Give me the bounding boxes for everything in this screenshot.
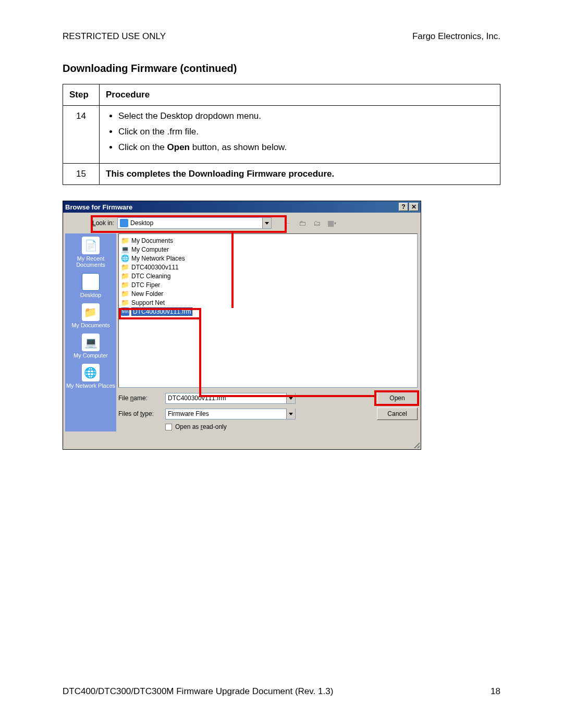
my-computer-icon: 💻	[82, 334, 100, 351]
sidebar-my-documents[interactable]: 📁 My Documents	[71, 303, 109, 328]
step-15-num: 15	[63, 164, 100, 185]
cancel-button[interactable]: Cancel	[377, 408, 418, 420]
step-15-proc: This completes the Downloading Firmware …	[100, 164, 500, 185]
my-docs-icon: 📁	[82, 303, 100, 321]
sidebar-recent-docs[interactable]: 📄 My Recent Documents	[65, 237, 116, 268]
lookin-drop-arrow[interactable]	[262, 218, 271, 228]
back-icon[interactable]: ←	[282, 217, 293, 229]
procedure-table: Step Procedure 14 Select the Desktop dro…	[63, 84, 500, 185]
filetype-dropdown[interactable]: Firmware Files	[165, 409, 296, 419]
filename-drop-arrow[interactable]	[286, 393, 295, 403]
filetype-label: Files of type:	[118, 410, 165, 417]
recent-docs-icon: 📄	[82, 237, 100, 254]
open-button[interactable]: Open	[377, 392, 418, 404]
desktop-sidebar-icon: 🖥	[82, 273, 100, 291]
filename-input[interactable]: DTC400300v111.frm	[165, 393, 296, 404]
step-14-b1: Select the Desktop dropdown menu.	[118, 111, 494, 121]
step-14-proc: Select the Desktop dropdown menu. Click …	[100, 106, 500, 164]
section-title: Downloading Firmware (continued)	[63, 63, 500, 75]
file-item[interactable]: 📁DTC Cleaning	[121, 272, 415, 280]
header-restricted: RESTRICTED USE ONLY	[63, 31, 166, 42]
folder-icon: 📁	[121, 290, 129, 298]
lookin-label: Look in:	[92, 219, 114, 227]
file-item[interactable]: 💻My Computer	[121, 245, 415, 254]
lookin-dropdown[interactable]: Desktop	[117, 217, 272, 229]
col-step: Step	[63, 84, 100, 106]
computer-icon: 💻	[121, 245, 129, 254]
up-icon[interactable]: 🗀	[297, 217, 308, 229]
file-item[interactable]: 📁New Folder	[121, 289, 415, 298]
file-item[interactable]: 🌐My Network Places	[121, 254, 415, 263]
file-item[interactable]: 📁DTC400300v111	[121, 263, 415, 272]
folder-icon: 📁	[121, 272, 129, 280]
dialog-title: Browse for Firmware	[65, 203, 132, 211]
filename-label: File name:	[118, 394, 165, 402]
checkbox-icon	[165, 424, 172, 430]
dialog-titlebar: Browse for Firmware ? ✕	[63, 201, 421, 213]
step-14-b2: Click on the .frm file.	[118, 127, 494, 137]
file-item-selected[interactable]: frm DTC400300v111.frm	[121, 307, 415, 316]
file-item[interactable]: 📁Support Net	[121, 298, 415, 307]
frm-file-icon: frm	[121, 307, 129, 316]
resize-grip[interactable]	[412, 441, 420, 448]
file-item[interactable]: 📁DTC Fiper	[121, 280, 415, 289]
footer-page-number: 18	[491, 686, 500, 697]
readonly-checkbox[interactable]: Open as read-only	[165, 423, 418, 430]
folder-icon: 📁	[121, 299, 129, 307]
lookin-value: Desktop	[130, 219, 260, 227]
browse-dialog: Browse for Firmware ? ✕ Look in: Desktop…	[63, 201, 421, 450]
step-14-b3: Click on the Open button, as shown below…	[118, 142, 494, 153]
help-button[interactable]: ?	[399, 203, 408, 211]
sidebar-desktop[interactable]: 🖥 Desktop	[80, 273, 101, 298]
views-icon[interactable]: ▦▾	[326, 217, 337, 229]
new-folder-icon[interactable]: 🗂	[311, 217, 323, 229]
sidebar-network-places[interactable]: 🌐 My Network Places	[66, 364, 115, 389]
filetype-drop-arrow[interactable]	[286, 409, 295, 419]
footer-doc-title: DTC400/DTC300/DTC300M Firmware Upgrade D…	[63, 686, 333, 697]
close-button[interactable]: ✕	[409, 203, 419, 211]
step-14-num: 14	[63, 106, 100, 164]
desktop-icon	[120, 219, 128, 227]
places-sidebar: 📄 My Recent Documents 🖥 Desktop 📁 My Doc…	[65, 233, 116, 431]
network-icon: 🌐	[121, 254, 129, 263]
header-company: Fargo Electronics, Inc.	[412, 31, 500, 42]
file-item[interactable]: 📁My Documents	[121, 236, 415, 245]
folder-icon: 📁	[121, 237, 129, 245]
network-places-icon: 🌐	[82, 364, 100, 381]
folder-icon: 📁	[121, 281, 129, 289]
folder-icon: 📁	[121, 263, 129, 272]
sidebar-my-computer[interactable]: 💻 My Computer	[74, 334, 108, 359]
col-procedure: Procedure	[100, 84, 500, 106]
file-list[interactable]: 📁My Documents 💻My Computer 🌐My Network P…	[118, 233, 418, 388]
